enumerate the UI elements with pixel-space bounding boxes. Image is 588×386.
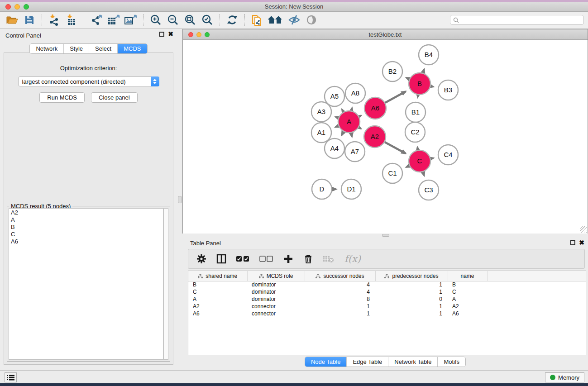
table-body[interactable]: Bdominator41BCdominator41CAdominator80AA… — [188, 281, 586, 317]
open-session-button[interactable] — [5, 13, 20, 27]
export-network-button[interactable] — [89, 13, 104, 27]
table-cell[interactable]: C — [448, 288, 487, 295]
function-builder-button[interactable]: f(x) — [341, 252, 364, 266]
mcds-result-item[interactable]: A6 — [9, 238, 163, 245]
graph-node-A6[interactable]: A6 — [364, 97, 386, 119]
column-header[interactable]: successor nodes — [305, 271, 375, 281]
mcds-list-scrollbar[interactable] — [163, 208, 168, 360]
column-header[interactable]: shared name — [188, 271, 247, 281]
table-options-button[interactable] — [195, 252, 208, 266]
graph-edge-A-A7[interactable] — [351, 133, 352, 137]
graph-node-B2[interactable]: B2 — [382, 62, 402, 81]
table-cell[interactable]: connector — [247, 303, 305, 310]
refresh-layout-button[interactable] — [225, 13, 240, 27]
table-cell[interactable]: dominator — [247, 288, 305, 295]
graph-node-B1[interactable]: B1 — [406, 102, 425, 122]
graph-node-C3[interactable]: C3 — [419, 180, 439, 200]
mcds-result-item[interactable]: A — [9, 216, 163, 224]
table-cell[interactable]: B — [188, 281, 247, 288]
graph-node-A1[interactable]: A1 — [311, 123, 331, 143]
table-cell[interactable]: A2 — [448, 303, 487, 310]
zoom-in-button[interactable] — [148, 13, 163, 27]
graph-node-B[interactable]: B — [409, 73, 430, 95]
zoom-network-button[interactable] — [205, 32, 210, 37]
mcds-result-list[interactable]: A2ABCA6 — [9, 208, 163, 360]
zoom-window-button[interactable] — [24, 4, 29, 10]
table-cell[interactable]: dominator — [247, 281, 305, 288]
tab-mcds[interactable]: MCDS — [117, 44, 147, 53]
zoom-out-button[interactable] — [165, 13, 181, 27]
minimize-window-button[interactable] — [14, 4, 20, 10]
memory-button[interactable]: Memory — [545, 372, 584, 382]
table-row[interactable]: A6connector11A6 — [188, 310, 586, 317]
tab-network[interactable]: Network — [30, 44, 63, 53]
divider-handle[interactable] — [382, 234, 389, 237]
graph-node-A4[interactable]: A4 — [325, 138, 344, 158]
table-cell[interactable]: 1 — [375, 310, 448, 317]
table-cell[interactable]: 1 — [305, 303, 375, 310]
graph-edge-B-B2[interactable] — [406, 78, 409, 79]
delete-table-button[interactable] — [321, 252, 335, 266]
table-cell[interactable]: 4 — [305, 288, 375, 295]
table-cell[interactable]: A6 — [188, 310, 247, 317]
divider-handle[interactable] — [178, 196, 182, 203]
task-history-button[interactable] — [5, 372, 17, 382]
search-field[interactable] — [450, 15, 584, 25]
tab-edge-table[interactable]: Edge Table — [346, 357, 388, 367]
column-header[interactable]: predecessor nodes — [375, 271, 448, 281]
graph-node-C1[interactable]: C1 — [382, 163, 402, 183]
graph-node-A7[interactable]: A7 — [345, 142, 365, 162]
node-table[interactable]: shared nameMCDS rolesuccessor nodesprede… — [188, 271, 586, 355]
table-cell[interactable]: B — [448, 281, 487, 288]
unselect-all-columns-button[interactable] — [258, 252, 275, 266]
mcds-result-item[interactable]: B — [9, 224, 163, 231]
export-table-button[interactable] — [106, 13, 121, 27]
column-header[interactable]: name — [448, 271, 487, 281]
show-panel-button[interactable] — [304, 13, 319, 27]
table-cell[interactable]: 1 — [375, 281, 448, 288]
graph-node-C[interactable]: C — [409, 150, 430, 172]
table-cell[interactable]: A — [188, 295, 247, 303]
tab-style[interactable]: Style — [63, 44, 89, 53]
graph-node-A2[interactable]: A2 — [364, 126, 386, 148]
table-header-row[interactable]: shared nameMCDS rolesuccessor nodesprede… — [188, 271, 586, 281]
run-mcds-button[interactable]: Run MCDS — [39, 92, 85, 103]
table-cell[interactable]: 8 — [305, 295, 375, 303]
graph-edge-B-B1[interactable] — [418, 95, 418, 98]
table-cell[interactable]: A6 — [448, 310, 487, 317]
clone-network-button[interactable] — [249, 13, 265, 27]
select-all-columns-button[interactable] — [234, 252, 252, 266]
graph-node-B3[interactable]: B3 — [438, 80, 458, 100]
table-cell[interactable]: dominator — [247, 295, 305, 303]
graph-node-A8[interactable]: A8 — [345, 83, 365, 103]
close-panel-button[interactable]: Close panel — [91, 92, 138, 103]
graph-node-D[interactable]: D — [312, 179, 332, 199]
graph-edge-C-C2[interactable] — [417, 147, 418, 150]
table-row[interactable]: Cdominator41C — [188, 288, 586, 295]
close-panel-icon[interactable]: ✖ — [579, 240, 584, 245]
graph-edge-C-C3[interactable] — [423, 172, 424, 176]
graph-edge-C-C4[interactable] — [430, 158, 433, 158]
save-session-button[interactable] — [22, 13, 37, 27]
tab-motifs[interactable]: Motifs — [437, 357, 465, 367]
table-cell[interactable]: 0 — [375, 295, 448, 303]
search-input[interactable] — [461, 17, 581, 23]
graph-edge-B-B4[interactable] — [423, 69, 424, 73]
table-row[interactable]: A2connector11A2 — [188, 303, 586, 310]
graph-edge-A-A8[interactable] — [351, 108, 352, 110]
table-cell[interactable]: 1 — [375, 288, 448, 295]
import-network-button[interactable] — [47, 13, 62, 27]
show-columns-button[interactable] — [215, 252, 228, 266]
graph-edge-A-A3[interactable] — [335, 117, 338, 118]
horizontal-split-divider[interactable] — [182, 234, 588, 237]
table-cell[interactable]: 4 — [305, 281, 375, 288]
table-cell[interactable]: 1 — [305, 310, 375, 317]
criterion-dropdown[interactable]: largest connected component (directed) — [18, 76, 159, 86]
tab-network-table[interactable]: Network Table — [388, 357, 437, 367]
table-cell[interactable]: A2 — [188, 303, 247, 310]
hide-panel-button[interactable] — [287, 13, 302, 27]
tab-node-table[interactable]: Node Table — [305, 357, 347, 367]
window-resize-grip[interactable] — [580, 226, 587, 233]
graph-node-A[interactable]: A — [338, 111, 360, 133]
vertical-split-divider[interactable] — [177, 29, 182, 370]
